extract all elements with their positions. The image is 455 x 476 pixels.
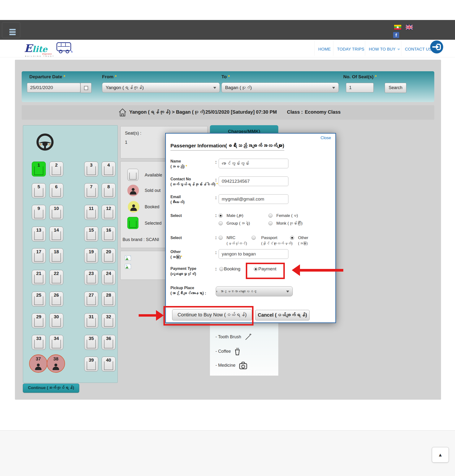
seat-sold-38: 38 (47, 354, 65, 373)
continue-button[interactable]: Continue (ဆက်လုပ်ရန်) (23, 384, 79, 393)
seat-33[interactable]: 33 (32, 335, 46, 350)
modal-title: Passenger Information(ခရီးသည်အချက်အလက်မျ… (171, 143, 284, 150)
radio-monk[interactable] (268, 221, 273, 225)
radio-other-id-label[interactable]: Other (298, 236, 309, 240)
close-button[interactable]: Close (321, 136, 331, 140)
seat-5[interactable]: 5 (32, 183, 46, 198)
seat-31[interactable]: 31 (84, 313, 98, 328)
radio-male-label[interactable]: Male (ကျား) (227, 213, 244, 218)
radio-group-label[interactable]: Group (အဖွဲ့) (227, 221, 250, 226)
seat-27[interactable]: 27 (84, 292, 98, 306)
seat-19[interactable]: 19 (84, 248, 98, 263)
seat-11[interactable]: 11 (84, 205, 98, 220)
seat-20[interactable]: 20 (102, 248, 115, 263)
name-input[interactable]: မောင်ထွန်းထွန်း (219, 159, 288, 168)
colon: : (215, 250, 217, 255)
departure-date-input[interactable]: 25/01/2020 (27, 83, 81, 92)
toothbrush-icon (244, 333, 252, 341)
radio-female[interactable] (268, 213, 273, 218)
colon: : (215, 177, 217, 182)
seat-26[interactable]: 26 (49, 292, 63, 306)
elite-logo[interactable]: Elite Express BUILDING TRUST (24, 42, 80, 56)
footer (0, 430, 455, 476)
seat-23[interactable]: 23 (84, 270, 98, 285)
other-input[interactable]: yangon to bagan (219, 249, 288, 259)
nav-how-to-buy[interactable]: HOW TO BUY (369, 47, 400, 52)
menu-toggle-button[interactable] (2, 22, 20, 38)
seat-4[interactable]: 4 (102, 162, 115, 176)
seat-28[interactable]: 28 (102, 292, 115, 306)
nav-separator (401, 41, 401, 56)
radio-passport-label[interactable]: Passport (261, 236, 277, 240)
search-panel: Departure Date * 25/01/2020 From * Yango… (22, 71, 434, 102)
seat-39[interactable]: 39 (84, 357, 98, 371)
legend-booked-label: Booked (145, 205, 159, 209)
radio-female-label[interactable]: Female (မ) (276, 213, 298, 218)
calendar-button[interactable] (81, 83, 91, 93)
seat-count-input[interactable]: 1 (346, 83, 374, 92)
radio-other-id[interactable] (290, 236, 294, 240)
seat-29[interactable]: 29 (32, 313, 46, 328)
seat-34[interactable]: 34 (49, 335, 63, 350)
radio-male[interactable] (219, 213, 223, 218)
nav-separator (314, 41, 315, 56)
nav-contact-us[interactable]: CONTACT US (405, 47, 432, 52)
route-info-bar: Yangon (ရန်ကုန်) > Bagan (ပုဂံ) 25/01/20… (22, 105, 434, 120)
uk-flag-icon[interactable] (406, 25, 413, 30)
radio-booking[interactable] (219, 267, 223, 271)
seat-24[interactable]: 24 (102, 270, 115, 285)
seat-13[interactable]: 13 (32, 227, 46, 241)
seats-label: Seat(s) : (125, 131, 141, 136)
to-label: To * (221, 74, 230, 79)
radio-monk-label[interactable]: Monk (ဘုန်းကြီး) (276, 221, 303, 226)
seat-9[interactable]: 9 (32, 205, 46, 220)
login-icon[interactable] (430, 40, 443, 54)
radio-booking-label[interactable]: Booking (224, 267, 241, 271)
seat-8[interactable]: 8 (102, 183, 115, 198)
route-datetime: 25/01/2020 [Saturday] 07:30 PM (205, 109, 277, 115)
from-select[interactable]: Yangon (ရန်ကုန်) (102, 82, 220, 93)
nav-today-trips[interactable]: TODAY TRIPS (337, 47, 364, 52)
scroll-to-top-button[interactable]: ▲ (432, 447, 449, 462)
seat-35[interactable]: 35 (84, 335, 98, 350)
from-label: From * (102, 74, 116, 79)
email-input[interactable]: mygmail@gmail.com (219, 194, 288, 204)
to-select[interactable]: Bagan (ပုဂံ) (221, 82, 339, 93)
seat-sold-37: 37 (29, 354, 48, 373)
radio-passport[interactable] (252, 236, 256, 240)
seat-14[interactable]: 14 (49, 227, 63, 241)
cancel-button[interactable]: Cancel (ပယ်ဖျက်ရန်) (255, 310, 309, 320)
seat-30[interactable]: 30 (49, 313, 63, 328)
seat-25[interactable]: 25 (32, 292, 46, 306)
seat-16[interactable]: 16 (102, 227, 115, 241)
seat-12[interactable]: 12 (102, 205, 115, 220)
seat-3[interactable]: 3 (84, 162, 98, 176)
seat-21[interactable]: 21 (32, 270, 46, 285)
seats-value: 1 (125, 140, 127, 145)
myanmar-flag-icon[interactable] (394, 25, 401, 30)
seat-22[interactable]: 22 (49, 270, 63, 285)
seat-7[interactable]: 7 (84, 183, 98, 198)
email-label: Email(အီးမေးလ်) (171, 194, 185, 205)
radio-nrc-label[interactable]: NRC (227, 236, 236, 240)
pickup-place-select[interactable]: ေအာင္မဂၤလာ အေဝးေျပးဝင္း (216, 286, 293, 296)
colon: : (215, 235, 217, 240)
facebook-icon[interactable]: f (393, 32, 399, 38)
search-button[interactable]: Search (385, 83, 406, 93)
seat-32[interactable]: 32 (102, 313, 115, 328)
seat-10[interactable]: 10 (49, 205, 63, 220)
seat-1[interactable]: 1 (32, 162, 46, 176)
contact-input[interactable]: 09421234567 (219, 176, 288, 186)
seat-2[interactable]: 2 (49, 162, 63, 176)
seat-6[interactable]: 6 (49, 183, 63, 198)
seat-17[interactable]: 17 (32, 248, 46, 263)
radio-group[interactable] (219, 221, 223, 225)
seat-15[interactable]: 15 (84, 227, 98, 241)
radio-nrc[interactable] (219, 236, 223, 240)
nav-home[interactable]: HOME (318, 47, 331, 52)
charge-item-medicine: - Medicine (215, 361, 248, 370)
seat-18[interactable]: 18 (49, 248, 63, 263)
seat-36[interactable]: 36 (102, 335, 115, 350)
seat-40[interactable]: 40 (102, 357, 115, 371)
pickup-place-label: Pickup Place(ယာဉ်စီးချင်သောနေရာ) : (171, 285, 206, 296)
